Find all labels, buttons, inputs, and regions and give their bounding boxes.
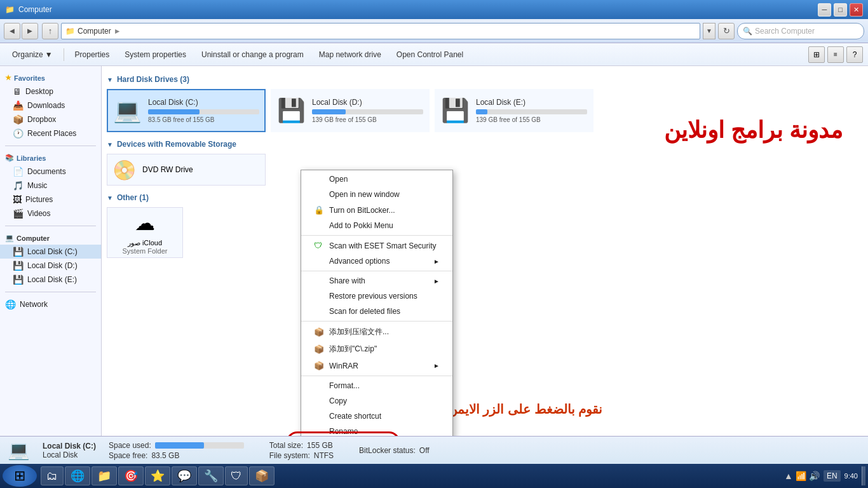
ctx-advanced[interactable]: Advanced options ► bbox=[301, 254, 452, 269]
help-button[interactable]: ? bbox=[846, 46, 863, 63]
ctx-share-arrow: ► bbox=[433, 278, 440, 285]
language-indicator[interactable]: EN bbox=[824, 470, 841, 482]
view-button[interactable]: ⊞ bbox=[808, 46, 825, 63]
space-used-label: Space used: bbox=[109, 441, 151, 450]
maximize-button[interactable]: □ bbox=[834, 3, 847, 17]
title-bar-controls: ─ □ ✕ bbox=[818, 3, 863, 17]
devices-list: 📀 DVD RW Drive bbox=[107, 154, 863, 186]
systray-network[interactable]: 📶 bbox=[796, 471, 806, 481]
taskbar-icon-4: 🎯 bbox=[124, 469, 138, 483]
other-header: ▼ Other (1) bbox=[107, 193, 863, 202]
open-control-panel-button[interactable]: Open Control Panel bbox=[390, 46, 470, 64]
taskbar-icon-5: ⭐ bbox=[151, 469, 165, 483]
properties-button[interactable]: Properties bbox=[68, 46, 117, 64]
ctx-scan-deleted[interactable]: Scan for deleted files bbox=[301, 304, 452, 319]
ctx-share[interactable]: Share with ► bbox=[301, 273, 452, 288]
system-properties-button[interactable]: System properties bbox=[118, 46, 193, 64]
ctx-open-new[interactable]: Open in new window bbox=[301, 187, 452, 202]
taskbar-item-5[interactable]: ⭐ bbox=[145, 466, 170, 485]
ctx-open[interactable]: Open bbox=[301, 172, 452, 187]
sidebar-item-pictures[interactable]: 🖼 Pictures bbox=[0, 193, 101, 207]
taskbar-explorer[interactable]: 🗂 bbox=[41, 466, 64, 485]
refresh-button[interactable]: ↻ bbox=[718, 23, 735, 39]
drive-e-bar-bg bbox=[476, 109, 587, 114]
sidebar-divider-3 bbox=[5, 292, 96, 292]
ctx-eset[interactable]: 🛡 Scan with ESET Smart Security bbox=[301, 238, 452, 254]
taskbar-folder[interactable]: 📁 bbox=[92, 466, 117, 485]
libraries-header[interactable]: 📚 Libraries bbox=[0, 151, 101, 165]
ctx-rename[interactable]: Rename bbox=[301, 424, 452, 436]
sidebar-item-music[interactable]: 🎵 Music bbox=[0, 179, 101, 193]
local-disk-c-icon: 💾 bbox=[13, 247, 24, 257]
clock-time: 9:40 bbox=[844, 472, 858, 480]
ctx-pokki[interactable]: Add to Pokki Menu bbox=[301, 218, 452, 233]
sidebar-item-recent[interactable]: 🕐 Recent Places bbox=[0, 126, 101, 140]
taskbar-item-9[interactable]: 📦 bbox=[249, 466, 275, 485]
window-title: Computer bbox=[18, 5, 52, 14]
systray-arrow[interactable]: ▲ bbox=[784, 471, 793, 481]
ctx-zip2[interactable]: 📦 添加到"C\.zip" bbox=[301, 341, 452, 358]
ctx-zip1[interactable]: 📦 添加到压缩文件... bbox=[301, 323, 452, 341]
sidebar-item-network[interactable]: 🌐 Network bbox=[0, 297, 101, 311]
icloud-icon: ☁ bbox=[135, 211, 155, 235]
taskbar-icon-8: 🛡 bbox=[231, 470, 242, 483]
minimize-button[interactable]: ─ bbox=[818, 3, 831, 17]
drive-c[interactable]: 💻 Local Disk (C:) 83.5 GB free of 155 GB bbox=[107, 89, 266, 132]
close-button[interactable]: ✕ bbox=[850, 3, 863, 17]
show-desktop-button[interactable] bbox=[862, 466, 865, 485]
sidebar-item-documents[interactable]: 📄 Documents bbox=[0, 165, 101, 179]
ctx-copy[interactable]: Copy bbox=[301, 393, 452, 409]
start-button[interactable]: ⊞ bbox=[3, 465, 37, 487]
back-button[interactable]: ◄ bbox=[4, 23, 20, 39]
bitlocker-label: BitLocker status: bbox=[359, 446, 416, 455]
ctx-restore[interactable]: Restore previous versions bbox=[301, 288, 452, 304]
computer-header[interactable]: 💻 Computer bbox=[0, 231, 101, 245]
ctx-bitlocker[interactable]: 🔒 Turn on BitLocker... bbox=[301, 202, 452, 218]
sidebar-item-local-c[interactable]: 💾 Local Disk (C:) bbox=[0, 245, 101, 259]
taskbar-item-8[interactable]: 🛡 bbox=[225, 466, 248, 485]
favorites-header[interactable]: ★ Favorites bbox=[0, 71, 101, 85]
search-box[interactable]: 🔍 Search Computer bbox=[737, 23, 864, 39]
address-path[interactable]: 📁 Computer ► bbox=[61, 23, 700, 39]
sidebar-item-dropbox[interactable]: 📦 Dropbox bbox=[0, 112, 101, 126]
sidebar-item-downloads[interactable]: 📥 Downloads bbox=[0, 98, 101, 112]
ctx-winrar[interactable]: 📦 WinRAR ► bbox=[301, 358, 452, 374]
address-dropdown[interactable]: ▼ bbox=[703, 23, 715, 39]
ctx-format[interactable]: Format... bbox=[301, 378, 452, 393]
taskbar-item-4[interactable]: 🎯 bbox=[118, 466, 144, 485]
sidebar: ★ Favorites 🖥 Desktop 📥 Downloads 📦 Drop… bbox=[0, 66, 102, 436]
organize-button[interactable]: Organize ▼ bbox=[5, 46, 60, 64]
icloud-item[interactable]: ☁ صور iCloud System Folder bbox=[107, 207, 183, 258]
taskbar-ie[interactable]: 🌐 bbox=[65, 466, 90, 485]
sidebar-item-local-e[interactable]: 💾 Local Disk (E:) bbox=[0, 273, 101, 287]
taskbar-clock[interactable]: 9:40 bbox=[844, 472, 858, 480]
drive-d[interactable]: 💾 Local Disk (D:) 139 GB free of 155 GB bbox=[271, 89, 430, 132]
watermark: مدونة برامج اونلاين bbox=[664, 117, 843, 144]
sidebar-item-desktop[interactable]: 🖥 Desktop bbox=[0, 85, 101, 98]
taskbar-icon-9: 📦 bbox=[255, 469, 269, 483]
taskbar-item-6[interactable]: 💬 bbox=[172, 466, 197, 485]
status-local-disk: Local Disk bbox=[43, 451, 96, 459]
forward-button[interactable]: ► bbox=[22, 23, 38, 39]
view-list-button[interactable]: ≡ bbox=[827, 46, 844, 63]
taskbar-item-7[interactable]: 🔧 bbox=[198, 466, 224, 485]
drive-c-bar-bg bbox=[148, 109, 259, 114]
sidebar-item-videos[interactable]: 🎬 Videos bbox=[0, 207, 101, 220]
content-area: ▼ Hard Disk Drives (3) 💻 Local Disk (C:)… bbox=[102, 66, 868, 436]
sidebar-item-local-d[interactable]: 💾 Local Disk (D:) bbox=[0, 259, 101, 273]
dvd-drive[interactable]: 📀 DVD RW Drive bbox=[107, 154, 266, 186]
drive-c-name: Local Disk (C:) bbox=[148, 98, 259, 107]
drive-e[interactable]: 💾 Local Disk (E:) 139 GB free of 155 GB bbox=[435, 89, 593, 132]
ctx-create-shortcut[interactable]: Create shortcut bbox=[301, 409, 452, 424]
uninstall-button[interactable]: Uninstall or change a program bbox=[194, 46, 311, 64]
libraries-section: 📚 Libraries 📄 Documents 🎵 Music 🖼 Pictur… bbox=[0, 149, 101, 223]
libraries-icon: 📚 bbox=[5, 154, 14, 162]
systray-volume[interactable]: 🔊 bbox=[809, 471, 820, 481]
up-button[interactable]: ↑ bbox=[42, 23, 58, 39]
drive-d-space: 139 GB free of 155 GB bbox=[312, 116, 423, 123]
map-network-button[interactable]: Map network drive bbox=[312, 46, 388, 64]
total-size-label: Total size: bbox=[269, 441, 303, 450]
drive-d-info: Local Disk (D:) 139 GB free of 155 GB bbox=[312, 98, 423, 123]
ctx-zip2-icon: 📦 bbox=[314, 344, 327, 354]
dvd-icon: 📀 bbox=[112, 159, 136, 181]
